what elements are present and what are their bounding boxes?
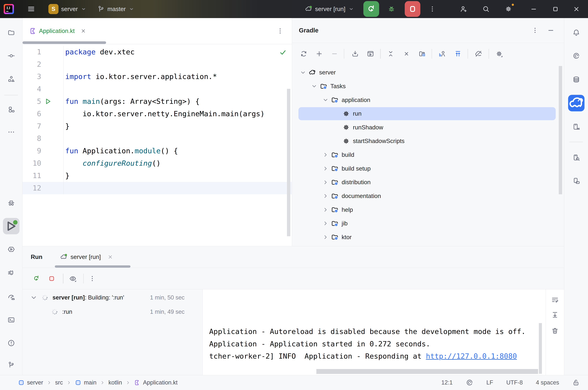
group-modules-icon[interactable]: [417, 49, 428, 59]
chevron-right-icon[interactable]: [321, 178, 330, 186]
settings-corner-icon[interactable]: [494, 49, 504, 59]
incognito-tool-icon[interactable]: [4, 196, 18, 210]
chevron-down-icon[interactable]: [299, 68, 307, 77]
chevron-right-icon[interactable]: [321, 219, 330, 228]
build-tree-row[interactable]: server [run]: Building: ':run'1 min, 50 …: [22, 291, 202, 304]
chevron-right-icon[interactable]: [321, 164, 330, 173]
services-tool-icon[interactable]: [4, 243, 18, 256]
add-user-icon[interactable]: [456, 1, 471, 16]
structure-tool-icon[interactable]: [4, 72, 18, 86]
kebab-icon[interactable]: [87, 273, 98, 284]
gradle-tree-item[interactable]: jib: [292, 216, 564, 230]
windows-tool-icon[interactable]: [4, 103, 18, 116]
remove-icon[interactable]: [329, 49, 340, 59]
gradle-tree-item[interactable]: help: [292, 203, 564, 217]
caret-position[interactable]: 12:1: [441, 379, 453, 386]
lock-icon[interactable]: [572, 379, 580, 386]
gradle-tree-item[interactable]: build setup: [292, 162, 564, 176]
ai-assistant-icon[interactable]: [570, 49, 583, 63]
sync-icon[interactable]: [298, 49, 309, 59]
run-button[interactable]: [363, 1, 379, 17]
inspections-status-icon[interactable]: [279, 49, 287, 56]
project-widget[interactable]: S server: [49, 4, 87, 14]
problems-tool-icon[interactable]: [4, 337, 18, 350]
gradle-tool-icon[interactable]: [568, 95, 585, 111]
ai-status-icon[interactable]: [466, 379, 473, 386]
indent-style[interactable]: 4 spaces: [536, 379, 559, 386]
soft-wrap-icon[interactable]: [550, 294, 560, 305]
chevron-down-icon[interactable]: [310, 82, 318, 90]
build-tree-row[interactable]: :run1 min, 49 sec: [22, 305, 202, 319]
gradle-tree-item[interactable]: distribution: [292, 176, 564, 189]
console-link[interactable]: http://127.0.0.1:8080: [426, 352, 517, 360]
gradle-tree-item[interactable]: documentation: [292, 189, 564, 203]
run-task-icon[interactable]: [365, 49, 376, 59]
database-tool-icon[interactable]: [570, 73, 583, 86]
gradle-tree-item[interactable]: run: [292, 107, 564, 120]
branch-widget[interactable]: master: [97, 5, 135, 13]
stop-button[interactable]: [405, 1, 421, 17]
close-button[interactable]: [569, 1, 584, 17]
git-tool-icon[interactable]: [4, 358, 18, 372]
device-explorer-icon[interactable]: [570, 151, 583, 164]
task-activation-icon[interactable]: [437, 49, 447, 59]
line-ending[interactable]: LF: [486, 379, 493, 386]
device-manager-icon[interactable]: [570, 120, 583, 134]
breadcrumb-item[interactable]: Application.kt: [134, 379, 178, 386]
run-gutter-icon[interactable]: [44, 98, 52, 105]
gradle-tree-item[interactable]: startShadowScripts: [292, 134, 564, 148]
chevron-right-icon[interactable]: [321, 151, 330, 159]
chevron-down-icon[interactable]: [30, 294, 38, 301]
minimize-button[interactable]: [526, 1, 541, 17]
expand-all-icon[interactable]: [386, 49, 396, 59]
main-menu-icon[interactable]: [24, 2, 38, 16]
maximize-button[interactable]: [547, 1, 563, 17]
breadcrumb-item[interactable]: main: [75, 379, 97, 386]
profiler-tool-icon[interactable]: [4, 290, 18, 304]
stop-icon[interactable]: [47, 273, 57, 284]
options-kebab-icon[interactable]: [530, 25, 540, 36]
run-tool-icon[interactable]: [3, 218, 20, 235]
editor-tab[interactable]: Application.kt: [22, 27, 86, 35]
offline-icon[interactable]: [473, 49, 484, 59]
debug-button[interactable]: [384, 1, 399, 16]
collapse-all-icon[interactable]: [401, 49, 412, 59]
hide-tool-window-icon[interactable]: [545, 25, 556, 36]
run-config-selector[interactable]: server [run]: [305, 5, 354, 13]
close-icon[interactable]: [81, 28, 86, 34]
search-icon[interactable]: [479, 1, 493, 16]
gradle-tree-item[interactable]: server: [292, 66, 564, 80]
breadcrumb-item[interactable]: src: [55, 379, 63, 386]
running-devices-icon[interactable]: [570, 174, 583, 188]
trash-icon[interactable]: [550, 325, 560, 336]
gradle-tree-item[interactable]: ktor: [292, 230, 564, 244]
chevron-right-icon[interactable]: [321, 233, 330, 241]
download-icon[interactable]: [350, 49, 360, 59]
terminal-tool-icon[interactable]: [4, 313, 18, 327]
tab-options-icon[interactable]: [275, 26, 286, 36]
chevron-down-icon[interactable]: [321, 96, 330, 104]
project-tool-icon[interactable]: [4, 26, 18, 39]
chevron-right-icon[interactable]: [321, 192, 330, 200]
speed-cat-tool-icon[interactable]: [4, 266, 18, 280]
encoding[interactable]: UTF-8: [506, 379, 523, 386]
commit-tool-icon[interactable]: [4, 49, 18, 63]
scrollbar-thumb[interactable]: [287, 89, 290, 236]
gradle-tree-item[interactable]: build: [292, 148, 564, 162]
gradle-tree-item[interactable]: Tasks: [292, 79, 564, 93]
breadcrumb-item[interactable]: server: [18, 379, 43, 386]
breadcrumb-item[interactable]: kotlin: [108, 379, 122, 386]
notifications-bell-icon[interactable]: [570, 26, 583, 39]
scrollbar-thumb[interactable]: [559, 66, 562, 194]
settings-icon[interactable]: [501, 1, 516, 16]
more-tools-icon[interactable]: [4, 125, 18, 139]
rerun-icon[interactable]: [31, 273, 42, 284]
preview-eye-icon[interactable]: [67, 273, 78, 284]
add-icon[interactable]: [314, 49, 325, 59]
dep-analyzer-icon[interactable]: [453, 49, 463, 59]
gradle-tree-item[interactable]: application: [292, 93, 564, 107]
gradle-tree-item[interactable]: runShadow: [292, 120, 564, 134]
run-tab[interactable]: server [run]: [60, 246, 113, 268]
run-console[interactable]: Application - Autoreload is disabled bec…: [202, 290, 545, 375]
more-actions-icon[interactable]: [425, 1, 440, 16]
